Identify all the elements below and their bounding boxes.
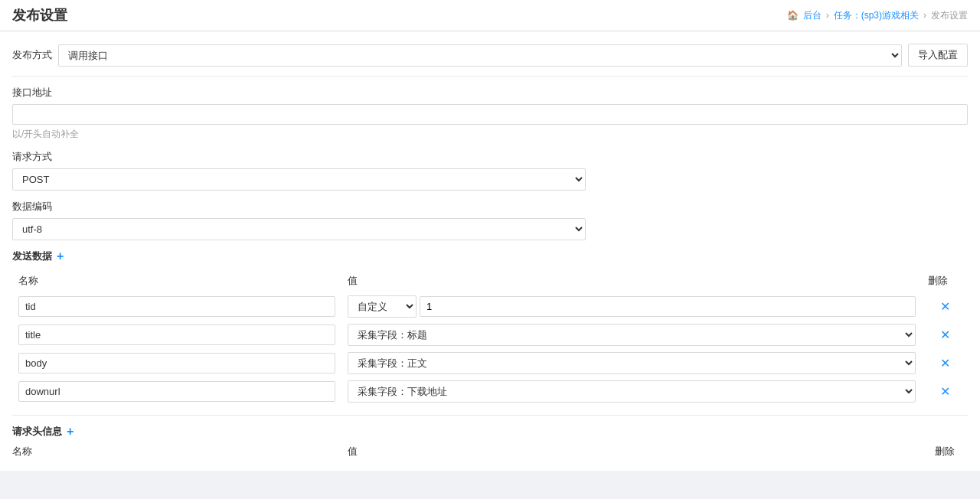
row4-value-cell: 采集字段：标题 采集字段：正文 采集字段：下载地址	[348, 380, 916, 403]
row3-delete-button[interactable]: ✕	[940, 356, 950, 370]
row1-value-input[interactable]	[420, 296, 916, 317]
send-data-title: 发送数据	[12, 250, 52, 263]
breadcrumb-sep2: ›	[923, 10, 926, 21]
data-encoding-block: 数据编码 utf-8 gbk gb2312	[12, 200, 968, 240]
data-encoding-label: 数据编码	[12, 200, 968, 214]
req-header-add-button[interactable]: +	[67, 425, 74, 439]
divider-2	[12, 415, 968, 416]
publish-method-row: 发布方式 调用接口 导入配置	[12, 44, 968, 67]
table-row: 自定义 采集字段 ✕	[12, 292, 968, 321]
req-header-columns: 名称 值 删除	[12, 445, 968, 458]
req-col-value-label: 值	[348, 445, 916, 458]
col-header-name: 名称	[12, 269, 341, 292]
request-headers-section: 请求头信息 + 名称 值 删除	[12, 425, 968, 458]
row2-delete-button[interactable]: ✕	[940, 328, 950, 342]
req-header-title-row: 请求头信息 +	[12, 425, 968, 439]
row1-delete-button[interactable]: ✕	[940, 299, 950, 314]
req-header-title: 请求头信息	[12, 425, 62, 439]
col-header-delete: 删除	[922, 269, 968, 292]
main-content: 发布方式 调用接口 导入配置 接口地址 以/开头自动补全 请求方式 POST G…	[0, 31, 980, 471]
publish-method-label: 发布方式	[12, 48, 52, 62]
req-col-delete-label: 删除	[922, 445, 968, 458]
row1-name-input[interactable]	[18, 296, 335, 317]
publish-method-select[interactable]: 调用接口	[58, 44, 902, 67]
row3-name-input[interactable]	[18, 353, 335, 373]
breadcrumb: 🏠 后台 › 任务：(sp3)游戏相关 › 发布设置	[787, 9, 968, 22]
table-row: 采集字段：标题 采集字段：正文 采集字段：下载地址 ✕	[12, 321, 968, 349]
send-data-add-button[interactable]: +	[57, 250, 64, 263]
interface-address-input[interactable]	[12, 104, 968, 125]
row2-value-select[interactable]: 采集字段：标题 采集字段：正文 采集字段：下载地址	[348, 324, 916, 346]
req-col-name-label: 名称	[12, 445, 341, 458]
row2-value-cell: 采集字段：标题 采集字段：正文 采集字段：下载地址	[348, 324, 916, 346]
row4-value-select[interactable]: 采集字段：标题 采集字段：正文 采集字段：下载地址	[348, 380, 916, 403]
send-data-table: 名称 值 删除 自定义 采集字段	[12, 269, 968, 406]
row3-value-select[interactable]: 采集字段：标题 采集字段：正文 采集字段：下载地址	[348, 352, 916, 374]
col-header-value: 值	[341, 269, 922, 292]
row1-type-select[interactable]: 自定义 采集字段	[348, 295, 416, 318]
breadcrumb-admin[interactable]: 后台	[803, 9, 822, 22]
request-method-select[interactable]: POST GET PUT DELETE	[12, 168, 586, 191]
header-bar: 发布设置 🏠 后台 › 任务：(sp3)游戏相关 › 发布设置	[0, 0, 980, 31]
row4-delete-button[interactable]: ✕	[940, 384, 950, 399]
row4-name-input[interactable]	[18, 381, 335, 402]
table-row: 采集字段：标题 采集字段：正文 采集字段：下载地址 ✕	[12, 377, 968, 406]
interface-address-block: 接口地址 以/开头自动补全	[12, 86, 968, 141]
send-data-header: 发送数据 +	[12, 250, 968, 263]
table-row: 采集字段：标题 采集字段：正文 采集字段：下载地址 ✕	[12, 349, 968, 377]
request-method-label: 请求方式	[12, 150, 968, 164]
page-title: 发布设置	[12, 6, 67, 24]
breadcrumb-current: 发布设置	[931, 9, 968, 22]
row3-value-cell: 采集字段：标题 采集字段：正文 采集字段：下载地址	[348, 352, 916, 374]
breadcrumb-task[interactable]: 任务：(sp3)游戏相关	[834, 9, 919, 22]
data-encoding-select[interactable]: utf-8 gbk gb2312	[12, 218, 586, 240]
import-config-button[interactable]: 导入配置	[908, 44, 968, 67]
send-data-section: 发送数据 + 名称 值 删除	[12, 250, 968, 406]
row1-value-cell: 自定义 采集字段	[348, 295, 916, 318]
request-method-block: 请求方式 POST GET PUT DELETE	[12, 150, 968, 191]
admin-icon: 🏠	[787, 10, 799, 21]
interface-address-label: 接口地址	[12, 86, 968, 99]
breadcrumb-sep1: ›	[826, 10, 829, 21]
autocomplete-hint: 以/开头自动补全	[12, 128, 968, 141]
divider-1	[12, 76, 968, 77]
row2-name-input[interactable]	[18, 325, 335, 345]
